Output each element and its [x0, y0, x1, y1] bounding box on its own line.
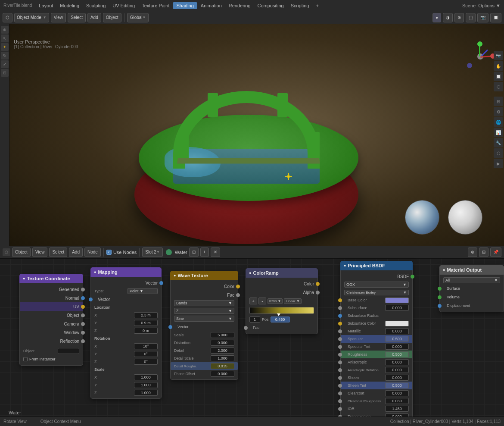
pan-btn[interactable]: ✋ — [494, 61, 503, 71]
bsdf-sss-color-swatch[interactable] — [385, 321, 409, 326]
viewport-3d[interactable]: User Perspective (1) Collection | River_… — [9, 24, 504, 257]
cr-linear-select[interactable]: Linear ▼ — [284, 298, 301, 304]
modifier-props[interactable]: 🔧 — [494, 138, 503, 147]
material-props[interactable]: ⬡ — [494, 148, 503, 158]
bsdf-cc-rough-input[interactable] — [385, 398, 409, 404]
bsdf-subsurface-socket[interactable] — [338, 306, 342, 310]
mapping-vector-out-socket[interactable] — [159, 281, 163, 285]
view-menu[interactable]: View — [51, 13, 66, 22]
select-menu[interactable]: Select — [68, 13, 86, 22]
add-menu[interactable]: Add — [87, 13, 101, 22]
menu-modeling[interactable]: Modeling — [56, 2, 83, 9]
bsdf-sheen-socket[interactable] — [338, 376, 342, 380]
mapping-rot-x-input[interactable] — [134, 343, 158, 349]
cr-color-socket[interactable] — [316, 282, 320, 286]
material-delete[interactable]: ✕ — [211, 247, 220, 257]
scale-tool[interactable]: ⤢ — [1, 60, 9, 68]
bsdf-output-socket[interactable] — [411, 275, 414, 279]
bsdf-clearcoat-input[interactable] — [385, 390, 409, 396]
wave-profile-select[interactable]: Sine▼ — [174, 316, 234, 322]
render-props[interactable]: 📊 — [494, 128, 503, 137]
bsdf-cc-rough-socket[interactable] — [338, 399, 342, 403]
node-zoom-in[interactable]: ⊕ — [468, 247, 477, 257]
bsdf-ior-socket[interactable] — [338, 407, 342, 411]
tc-uv-socket[interactable] — [81, 305, 85, 309]
node-select-btn[interactable]: Select — [49, 247, 67, 257]
object-menu[interactable]: Object — [103, 13, 121, 22]
tc-camera-socket[interactable] — [81, 322, 85, 326]
tc-reflection-socket[interactable] — [81, 339, 85, 343]
tc-object-input[interactable] — [58, 348, 79, 354]
wave-distortion-input[interactable] — [211, 340, 234, 346]
use-nodes-checkbox[interactable]: ✓ — [106, 250, 112, 255]
mapping-scale-y-input[interactable] — [134, 382, 158, 388]
rotate-tool[interactable]: ↻ — [1, 52, 9, 60]
bsdf-base-color-socket[interactable] — [338, 298, 342, 302]
menu-add[interactable]: + — [312, 2, 322, 9]
menu-animation[interactable]: Animation — [197, 2, 225, 9]
output-surface-socket[interactable] — [438, 287, 442, 291]
output-volume-socket[interactable] — [438, 295, 442, 299]
cr-rgb-select[interactable]: RGB ▼ — [268, 298, 283, 304]
render-view-btn[interactable]: 🔲 — [494, 72, 503, 81]
cr-remove-stop[interactable]: - — [258, 298, 266, 304]
xray-toggle[interactable]: ⬚ — [466, 13, 476, 22]
wave-detail-roughness-input[interactable] — [211, 363, 234, 369]
bsdf-aniso-socket[interactable] — [338, 360, 342, 364]
mapping-loc-y-input[interactable] — [134, 320, 158, 326]
move-tool[interactable]: ✦ — [1, 43, 9, 51]
menu-rendering[interactable]: Rendering — [225, 2, 254, 9]
bsdf-specular-input[interactable] — [385, 336, 409, 342]
mapping-scale-x-input[interactable] — [134, 374, 158, 380]
transform-tool[interactable]: ⊡ — [1, 69, 9, 77]
bsdf-specular-tint-input[interactable] — [385, 344, 409, 350]
node-node-btn[interactable]: Node — [84, 247, 101, 257]
bsdf-roughness-socket[interactable] — [338, 353, 342, 357]
bsdf-sss-color-socket[interactable] — [338, 322, 342, 326]
mapping-loc-x-input[interactable] — [134, 312, 158, 318]
tc-object-socket[interactable] — [81, 313, 85, 317]
options-button[interactable]: Options ▼ — [478, 3, 501, 8]
output-target-select[interactable]: All▼ — [443, 277, 500, 283]
object-mode-select[interactable]: Object Mode ▼ — [14, 13, 49, 22]
tc-generated-socket[interactable] — [81, 288, 85, 291]
gizmo-z-dot[interactable] — [467, 63, 472, 68]
mapping-loc-z-input[interactable] — [134, 328, 158, 334]
output-displacement-socket[interactable] — [438, 304, 442, 308]
cr-pos-value[interactable] — [271, 316, 290, 323]
bsdf-metallic-socket[interactable] — [338, 329, 342, 333]
world-props[interactable]: 🌐 — [494, 117, 503, 127]
bsdf-aniso-input[interactable] — [385, 359, 409, 365]
menu-layout[interactable]: Layout — [35, 2, 56, 9]
bsdf-metallic-input[interactable] — [385, 328, 409, 334]
overlay-toggle[interactable]: ⊛ — [454, 13, 464, 22]
select-tool[interactable]: ↖ — [1, 34, 9, 42]
toggle-n-panel[interactable]: ⊟ — [494, 97, 503, 106]
viewport-render[interactable]: 🔲 — [490, 13, 501, 22]
tc-window-socket[interactable] — [81, 331, 85, 335]
mapping-vector-in-socket[interactable] — [89, 298, 93, 301]
bsdf-distribution-select[interactable]: GGX▼ — [344, 282, 409, 288]
bsdf-ior-input[interactable] — [385, 406, 409, 412]
menu-compositing[interactable]: Compositing — [254, 2, 287, 9]
bsdf-subsurface-input[interactable] — [385, 305, 409, 311]
node-add-btn[interactable]: Add — [69, 247, 83, 257]
node-editor-icon[interactable]: ⬡ — [3, 248, 10, 256]
cr-alpha-socket[interactable] — [316, 291, 320, 294]
mapping-type-select[interactable]: Point ▼ — [128, 288, 158, 294]
mapping-scale-z-input[interactable] — [134, 390, 158, 396]
viewport-shading-solid[interactable]: ◑ — [443, 13, 453, 22]
global-select[interactable]: Global▼ — [127, 13, 149, 22]
viewport-camera[interactable]: 📷 — [477, 13, 488, 22]
node-sidebar[interactable]: ⊟ — [479, 247, 488, 257]
menu-sculpting[interactable]: Sculpting — [83, 2, 109, 9]
node-view-btn[interactable]: View — [32, 247, 48, 257]
wave-vector-in-socket[interactable] — [168, 325, 172, 329]
bsdf-sss-select[interactable]: Christensen-Burley▼ — [344, 290, 409, 295]
viewport-gizmo[interactable]: X Y — [465, 41, 495, 72]
wave-fac-socket[interactable] — [236, 293, 240, 297]
viewport-shading-rendered[interactable]: ● — [432, 13, 441, 22]
bsdf-sss-radius-socket[interactable] — [338, 314, 342, 318]
tc-instancer-checkbox[interactable] — [23, 357, 28, 361]
wave-detail-scale-input[interactable] — [211, 355, 234, 361]
